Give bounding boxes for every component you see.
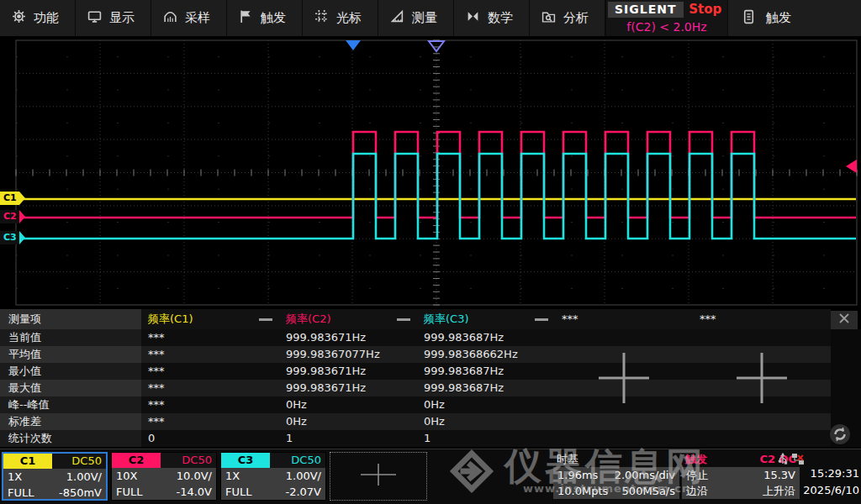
trigger-label: 触发 xyxy=(685,452,707,467)
row-value-empty xyxy=(555,413,693,430)
math-icon xyxy=(466,9,480,27)
row-value-c3: 999.983687Hz xyxy=(417,329,555,346)
table-header-freq-c2[interactable]: 频率(C2) xyxy=(279,309,417,329)
row-value-empty xyxy=(555,329,693,346)
close-icon xyxy=(837,312,851,328)
channel-box-c2[interactable]: C2DC50 10X10.0V/ FULL-14.0V xyxy=(111,452,217,501)
menu-item-measure[interactable]: 测量 xyxy=(378,0,454,36)
sample-rate: 500MSa/s xyxy=(622,483,675,499)
channel-marker-label: C2 xyxy=(0,210,19,223)
measurement-table: 测量项 频率(C1) 频率(C2) 频率(C3) *** *** 当前值***9… xyxy=(0,309,861,447)
trigger-slope: 上升沿 xyxy=(763,483,795,499)
table-row: 当前值***999.983671Hz999.983687Hz xyxy=(0,329,861,346)
row-value-empty xyxy=(693,329,831,346)
timebase-delay: 1.96ms xyxy=(557,467,598,483)
offset-value: -2.07V xyxy=(285,484,321,500)
siglent-logo: SIGLENT xyxy=(608,2,684,18)
trigger-list-icon xyxy=(743,9,754,28)
channel-badge: C2 xyxy=(112,453,161,468)
timebase-label: 时基 xyxy=(553,452,679,467)
row-value-c1: *** xyxy=(141,396,279,413)
row-value-empty xyxy=(693,413,831,430)
run-state-badge[interactable]: Stop xyxy=(684,2,727,17)
remove-measure-c2-icon[interactable] xyxy=(397,318,410,321)
add-measure-button[interactable] xyxy=(732,348,792,412)
bandwidth-value: FULL xyxy=(225,484,251,500)
row-value-empty xyxy=(555,430,693,447)
row-value-c2: 999.983671Hz xyxy=(279,380,417,396)
table-header-empty-slot[interactable]: *** xyxy=(555,309,693,329)
channel-marker-arrow-icon xyxy=(19,192,25,205)
trigger-status: 停止 xyxy=(686,467,708,483)
plus-icon xyxy=(594,396,654,412)
menu-item-trigger[interactable]: 触发 xyxy=(227,0,303,36)
table-header-freq-c3[interactable]: 频率(C3) xyxy=(417,309,555,329)
menu-item-cursor[interactable]: 光标 xyxy=(303,0,378,36)
trigger-level: 15.3V xyxy=(763,467,795,483)
row-filler xyxy=(831,346,861,363)
menu-item-display[interactable]: 显示 xyxy=(76,0,151,36)
timebase-box[interactable]: 时基 1.96ms2.00ms/div 10.0Mpts500MSa/s xyxy=(553,452,679,501)
row-value-c2: 0Hz xyxy=(279,396,417,413)
row-value-c2: 999.983671Hz xyxy=(279,363,417,380)
horizontal-center-marker[interactable] xyxy=(429,41,444,51)
row-filler xyxy=(831,396,861,413)
menu-item-math[interactable]: 数学 xyxy=(454,0,530,36)
add-measure-button[interactable] xyxy=(594,348,654,412)
menu-item-analyze[interactable]: 分析 xyxy=(530,0,605,36)
row-value-c1: *** xyxy=(141,329,279,346)
waveform-area[interactable]: C1 C2 C3 xyxy=(0,38,861,307)
measurement-table-header: 测量项 频率(C1) 频率(C2) 频率(C3) *** *** xyxy=(0,309,861,329)
add-channel-button[interactable] xyxy=(330,452,427,501)
row-label: 最大值 xyxy=(0,380,141,396)
menu-item-utility[interactable]: 功能 xyxy=(0,0,76,36)
oscilloscope-screen: 功能 显示 采样 触发 光标 测量 数学 分析 xyxy=(0,0,861,504)
remove-measure-c1-icon[interactable] xyxy=(259,318,272,321)
channel-marker-label: C1 xyxy=(0,192,19,205)
row-value-c3: 999.983687Hz xyxy=(417,380,555,396)
measure-icon xyxy=(390,9,404,27)
bottom-bar: C1DC50 1X1.00V/ FULL-850mV C2DC50 10X10.… xyxy=(0,449,861,504)
remove-measure-c3-icon[interactable] xyxy=(535,318,548,321)
channel-marker-c1[interactable]: C1 xyxy=(0,192,25,205)
channel-marker-c3[interactable]: C3 xyxy=(0,231,25,244)
table-header-items: 测量项 xyxy=(0,309,141,329)
trigger-type: 边沿 xyxy=(686,483,708,499)
probe-value: 1X xyxy=(8,469,22,485)
menu-item-label: 数学 xyxy=(488,10,513,26)
row-value-c1: 0 xyxy=(141,430,279,447)
reset-statistics-button[interactable] xyxy=(829,423,851,449)
row-label: 峰--峰值 xyxy=(0,396,141,413)
scope-svg xyxy=(0,38,861,307)
row-value-c3: 0Hz xyxy=(417,396,555,413)
row-value-c1: *** xyxy=(141,363,279,380)
menu-item-trigger-setup[interactable]: 触发 xyxy=(728,0,861,36)
row-value-empty xyxy=(693,430,831,447)
trigger-delay-marker[interactable] xyxy=(346,40,361,50)
channel-box-c1[interactable]: C1DC50 1X1.00V/ FULL-850mV xyxy=(2,452,108,501)
row-value-c3: 999.983687Hz xyxy=(417,363,555,380)
row-filler xyxy=(831,329,861,346)
channel-box-c3[interactable]: C3DC50 1X1.00V/ FULL-2.07V xyxy=(220,452,326,501)
analyze-icon xyxy=(541,9,556,27)
bandwidth-value: FULL xyxy=(116,484,142,500)
row-value-c3: 0Hz xyxy=(417,413,555,430)
channel-badge: C1 xyxy=(3,454,52,469)
usb-icon xyxy=(778,453,788,469)
gear-icon xyxy=(12,9,26,27)
channel-marker-c2[interactable]: C2 xyxy=(0,210,25,223)
menu-item-label: 功能 xyxy=(34,10,59,26)
trigger-level-marker[interactable] xyxy=(846,160,857,173)
channel-marker-arrow-icon xyxy=(19,210,25,223)
menu-item-acquire[interactable]: 采样 xyxy=(151,0,227,36)
row-filler xyxy=(831,380,861,396)
menu-bar: 功能 显示 采样 触发 光标 测量 数学 分析 xyxy=(0,0,861,38)
row-label: 最小值 xyxy=(0,363,141,380)
refresh-icon xyxy=(829,433,851,449)
row-value-c3: 999.98368662Hz xyxy=(417,346,555,363)
table-row: 统计次数011 xyxy=(0,430,861,447)
probe-value: 10X xyxy=(116,468,137,484)
table-header-empty-slot[interactable]: *** xyxy=(693,309,831,329)
close-table-button[interactable] xyxy=(831,311,858,329)
table-header-freq-c1[interactable]: 频率(C1) xyxy=(141,309,279,329)
